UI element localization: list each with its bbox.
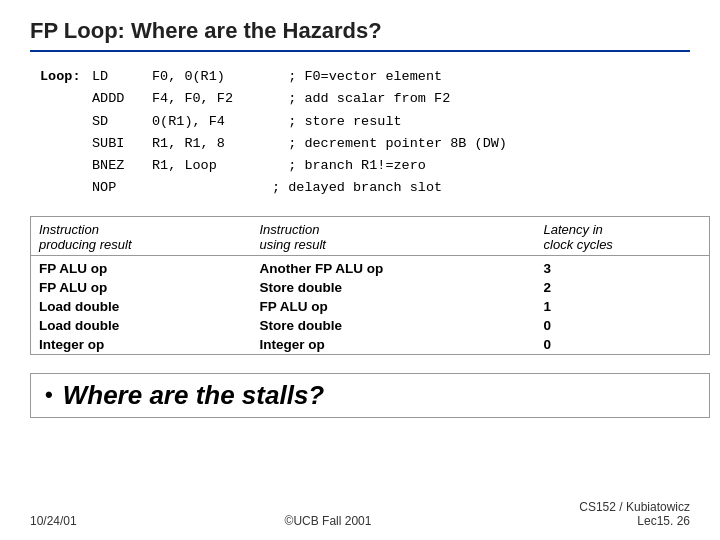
op-subi: R1, R1, 8 [152, 133, 272, 155]
table-cell-consumer: FP ALU op [252, 297, 536, 316]
code-row-bnez: BNEZ R1, Loop ; branch R1!=zero [40, 155, 690, 177]
table-cell-producer: FP ALU op [31, 278, 252, 297]
comment-sd: ; store result [272, 111, 402, 133]
slide: FP Loop: Where are the Hazards? Loop: LD… [0, 0, 720, 540]
footer-copyright: ©UCB Fall 2001 [285, 514, 372, 528]
table-cell-latency: 0 [536, 316, 709, 335]
instr-nop: NOP [92, 177, 152, 199]
table-cell-producer: Load double [31, 316, 252, 335]
col-header-latency: Latency inclock cycles [536, 217, 709, 256]
comment-ld: ; F0=vector element [272, 66, 442, 88]
code-row-sd: SD 0(R1), F4 ; store result [40, 111, 690, 133]
comment-subi: ; decrement pointer 8B (DW) [272, 133, 507, 155]
instr-bnez: BNEZ [92, 155, 152, 177]
comment-bnez: ; branch R1!=zero [272, 155, 426, 177]
op-addd: F4, F0, F2 [152, 88, 272, 110]
footer-course: CS152 / KubiatowiczLec15. 26 [579, 500, 690, 528]
table-row: FP ALU opAnother FP ALU op3 [31, 255, 709, 278]
table-cell-producer: FP ALU op [31, 255, 252, 278]
slide-title: FP Loop: Where are the Hazards? [30, 18, 382, 44]
code-row-addd: ADDD F4, F0, F2 ; add scalar from F2 [40, 88, 690, 110]
table-cell-producer: Load double [31, 297, 252, 316]
instr-ld: LD [92, 66, 152, 88]
table-cell-latency: 3 [536, 255, 709, 278]
code-section: Loop: LD F0, 0(R1) ; F0=vector element A… [40, 66, 690, 200]
loop-label: Loop: [40, 66, 92, 88]
table-row: Load doubleStore double0 [31, 316, 709, 335]
table-cell-consumer: Another FP ALU op [252, 255, 536, 278]
op-sd: 0(R1), F4 [152, 111, 272, 133]
bullet-text: Where are the stalls? [63, 380, 325, 411]
table-cell-consumer: Integer op [252, 335, 536, 354]
col-header-consumer: Instructionusing result [252, 217, 536, 256]
table-cell-consumer: Store double [252, 278, 536, 297]
hazard-table: Instructionproducing result Instructionu… [30, 216, 710, 355]
table-cell-latency: 0 [536, 335, 709, 354]
op-ld: F0, 0(R1) [152, 66, 272, 88]
code-row-nop: NOP ; delayed branch slot [40, 177, 690, 199]
comment-nop: ; delayed branch slot [272, 177, 442, 199]
title-bar: FP Loop: Where are the Hazards? [30, 18, 690, 52]
footer: 10/24/01 ©UCB Fall 2001 CS152 / Kubiatow… [30, 494, 690, 528]
bullet-dot: • [45, 384, 53, 406]
code-row-subi: SUBI R1, R1, 8 ; decrement pointer 8B (D… [40, 133, 690, 155]
footer-date: 10/24/01 [30, 514, 77, 528]
instr-addd: ADDD [92, 88, 152, 110]
col-header-producer: Instructionproducing result [31, 217, 252, 256]
table-cell-latency: 1 [536, 297, 709, 316]
table-cell-producer: Integer op [31, 335, 252, 354]
op-bnez: R1, Loop [152, 155, 272, 177]
table-row: Load doubleFP ALU op1 [31, 297, 709, 316]
instr-sd: SD [92, 111, 152, 133]
table-row: FP ALU opStore double2 [31, 278, 709, 297]
instr-subi: SUBI [92, 133, 152, 155]
table-cell-latency: 2 [536, 278, 709, 297]
table-row: Integer opInteger op0 [31, 335, 709, 354]
code-row-ld: Loop: LD F0, 0(R1) ; F0=vector element [40, 66, 690, 88]
content: Loop: LD F0, 0(R1) ; F0=vector element A… [30, 66, 690, 494]
comment-addd: ; add scalar from F2 [272, 88, 450, 110]
bullet-section: • Where are the stalls? [30, 373, 710, 418]
table-cell-consumer: Store double [252, 316, 536, 335]
